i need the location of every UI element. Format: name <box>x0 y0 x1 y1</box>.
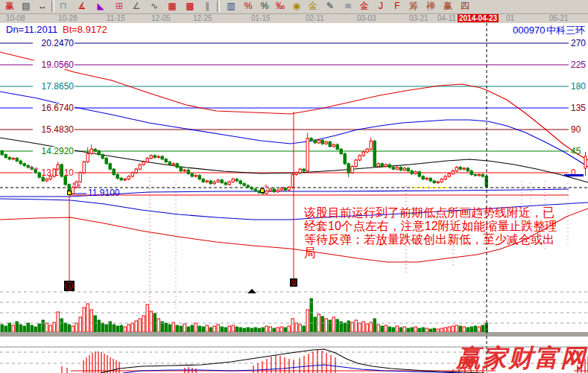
candle-body <box>303 169 305 170</box>
candle-body <box>94 149 96 150</box>
toolbar-icon-fan-box[interactable]: ◣ <box>93 0 108 12</box>
toolbar-separator <box>217 1 220 12</box>
toolbar-icon-gold-coin-lines[interactable]: 金 <box>306 0 320 12</box>
volume-bar <box>127 325 130 332</box>
volume-bar <box>101 323 104 332</box>
volume-bar <box>235 327 238 332</box>
toolbar-icon-chips-angle[interactable]: 筹 <box>406 0 421 12</box>
gann-degree-label: 180 <box>571 81 586 92</box>
volume-bar <box>455 325 458 332</box>
candle-body <box>75 182 78 187</box>
toolbar-icon-chan-angle[interactable]: 禅 <box>423 0 438 12</box>
volume-bar <box>142 316 145 332</box>
gann-degree-label: 225 <box>571 60 586 70</box>
drawing-toolbar: 赢▤↔⊓∡◣⊞∠∿▦▩∥▥%%‰◉金✎≋金JF筹禅赢四 <box>0 0 588 14</box>
volume-bar <box>295 323 297 332</box>
volume-bar <box>239 328 241 332</box>
volume-bar <box>291 319 294 332</box>
candle-body <box>150 156 152 159</box>
volume-bar <box>31 325 33 332</box>
candle-body <box>83 162 85 173</box>
candle-body <box>418 172 420 176</box>
volume-bar <box>206 325 208 332</box>
candle-body <box>276 190 279 191</box>
volume-bar <box>165 323 167 332</box>
site-watermark: 赢家财富网 <box>455 344 588 372</box>
candle-body <box>45 179 48 181</box>
toolbar-icon-ruler-123[interactable]: ▤ <box>19 0 34 12</box>
main-chart[interactable]: Dn=11.2011 Bt=8.9172 000970 中科三环 20.2470… <box>0 0 588 373</box>
volume-bar <box>213 326 215 332</box>
price-tick-marker <box>564 174 584 176</box>
candle-body <box>4 155 7 158</box>
gann-degree-label: 270 <box>571 38 586 48</box>
volume-bar <box>433 328 435 332</box>
volume-bar <box>388 327 391 332</box>
toolbar-icon-grid-fan-box[interactable]: ⊞ <box>112 0 127 12</box>
toolbar-icon-si-angle[interactable]: 四 <box>458 0 472 12</box>
toolbar-icon-percent[interactable]: % <box>257 0 272 12</box>
toolbar-icon-wave-lines[interactable]: ≋ <box>341 0 355 12</box>
annotation-line-2: 经套10个点左右，注意12附近如能缩量止跌整理 <box>304 220 557 232</box>
volume-bar <box>98 320 100 332</box>
candle-body <box>16 159 18 162</box>
volume-bar <box>191 325 193 332</box>
volume-bar <box>38 324 40 332</box>
volume-bar <box>377 325 379 332</box>
volume-bar <box>303 326 305 332</box>
volume-bar <box>358 323 361 332</box>
volume-bar <box>42 320 44 332</box>
toolbar-icon-gold-underline[interactable]: 金 <box>357 0 372 12</box>
volume-bar <box>176 325 178 332</box>
volume-bar <box>370 322 372 332</box>
candle-body <box>142 162 145 165</box>
annotation-line-3: 等待反弹；若放量跌破创出新低，至少减仓或出 <box>304 233 554 246</box>
volume-bar <box>217 325 219 332</box>
candle-body <box>120 178 122 179</box>
toolbar-icon-grid-arrow[interactable]: ▩ <box>183 0 197 12</box>
toolbar-icon-stock-compass[interactable]: ✎ <box>323 0 338 12</box>
toolbar-icon-f-angle[interactable]: F <box>390 0 405 12</box>
candle-body <box>366 149 368 152</box>
indicator-curve-black <box>101 349 484 373</box>
static-layer: Dn=11.2011 Bt=8.9172 000970 中科三环 <box>6 24 585 36</box>
toolbar-icon-j-angle[interactable]: J <box>373 0 388 12</box>
toolbar-icon-width-measure[interactable]: ↔ <box>35 0 50 12</box>
volume-bar <box>467 328 469 332</box>
candle-body <box>116 174 118 178</box>
toolbar-icon-gold-coin[interactable]: ◉ <box>289 0 304 12</box>
candle-body <box>38 173 40 177</box>
volume-bar <box>366 324 368 332</box>
toolbar-icon-app-logo[interactable]: 赢 <box>2 0 17 12</box>
toolbar-icon-red-grid[interactable]: ▦ <box>165 0 180 12</box>
toolbar-icon-hatch-lines[interactable]: ∥ <box>200 0 215 12</box>
price-level-label: 20.2470 <box>42 38 75 48</box>
volume-bar <box>168 325 171 332</box>
candle-body <box>459 168 461 169</box>
candle-body <box>198 176 200 179</box>
toolbar-icon-zigzag-line[interactable]: ∿ <box>147 0 162 12</box>
gann-degree-label: 135 <box>571 103 586 113</box>
toolbar-icon-percent-slash[interactable]: % <box>241 0 256 12</box>
toolbar-icon-ying-angle[interactable]: 赢 <box>440 0 455 12</box>
toolbar-icon-height-measure[interactable]: ⊓ <box>56 0 71 12</box>
candle-body <box>306 138 309 171</box>
partial-candle <box>584 156 587 168</box>
toolbar-icon-angle-lines[interactable]: ∠ <box>129 0 144 12</box>
candle-body <box>154 156 156 157</box>
anchor-dot <box>261 189 265 193</box>
candle-body <box>183 170 186 170</box>
candle-body <box>1 151 3 155</box>
candle-body <box>113 169 115 174</box>
toolbar-icon-permille[interactable]: ‰ <box>273 0 288 12</box>
toolbar-icon-ruler-list[interactable]: ▥ <box>224 0 238 12</box>
candle-body <box>195 176 197 176</box>
candle-body <box>355 160 357 167</box>
volume-bar <box>265 326 268 332</box>
candle-body <box>168 162 171 165</box>
volume-bar <box>202 327 204 332</box>
volume-bar <box>183 324 186 332</box>
toolbar-icon-gann-fan[interactable]: ∡ <box>75 0 89 12</box>
price-level-label: 14.2920 <box>42 146 75 156</box>
candle-body <box>254 189 256 191</box>
